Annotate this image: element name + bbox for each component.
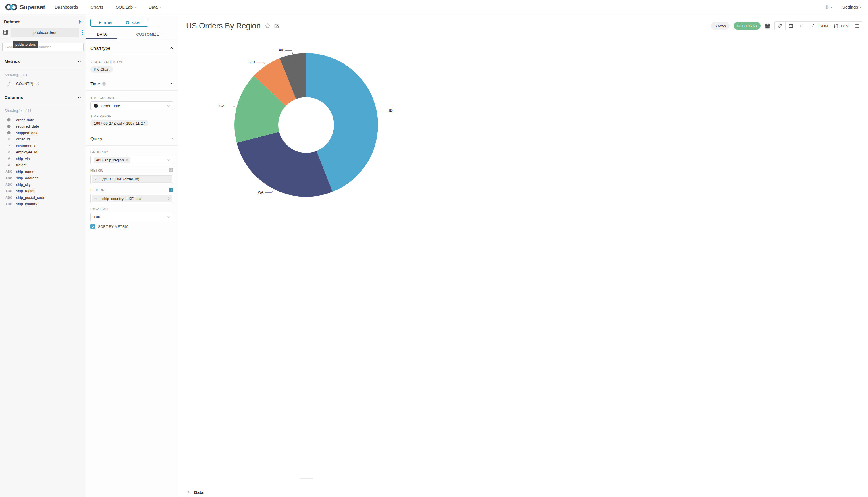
tab-customize[interactable]: CUSTOMIZE [117, 30, 178, 39]
time-section-title: Time [90, 81, 100, 86]
dataset-selector[interactable]: public.orders [11, 28, 79, 37]
pie-slice-AK[interactable] [280, 53, 306, 99]
column-row[interactable]: #ship_via [0, 155, 86, 162]
run-button[interactable]: RUN [91, 19, 119, 26]
pie-slice-CA[interactable] [234, 76, 286, 143]
question-icon: ? [4, 144, 13, 148]
chevron-up-icon[interactable] [77, 95, 81, 99]
pie-label-line-ID [377, 111, 388, 112]
chevron-up-icon[interactable] [170, 46, 173, 50]
column-row[interactable]: ABCship_postal_code [0, 194, 86, 201]
remove-filter-icon[interactable]: × [92, 197, 99, 201]
column-row[interactable]: #employee_id [0, 149, 86, 156]
column-label: employee_id [16, 150, 37, 154]
abc-icon: ABC [4, 189, 13, 193]
dataset-tooltip: public.orders [13, 41, 39, 48]
dataset-sidebar: Dataset public.orders public.orde [0, 14, 86, 248]
column-label: order_id [16, 137, 30, 141]
column-row[interactable]: ABCship_country [0, 201, 86, 208]
column-row[interactable]: ?customer_id [0, 142, 86, 149]
pie-slice-OR[interactable] [254, 58, 296, 106]
pie-chart[interactable]: IDWACAORAK [178, 14, 434, 248]
brand-name: Superset [20, 4, 45, 11]
abc-icon: ABC [4, 183, 13, 186]
column-row[interactable]: required_date [0, 123, 86, 130]
chevron-down-icon [167, 215, 170, 219]
row-limit-label: ROW LIMIT [90, 208, 173, 211]
favorite-star-icon[interactable] [265, 23, 271, 29]
navbar: Superset DashboardsChartsSQL Lab▾Data▾ +… [0, 0, 434, 14]
hash-icon: # [4, 157, 13, 161]
collapse-sidebar-icon[interactable] [78, 19, 83, 24]
column-row[interactable]: #order_id [0, 136, 86, 143]
tab-data[interactable]: DATA [86, 30, 117, 39]
pie-label-OR: OR [250, 60, 255, 64]
metrics-showing-count: Showing 1 of 1 [4, 73, 81, 77]
viz-type-value[interactable]: Pie Chart [90, 66, 113, 73]
abc-icon: ABC [4, 176, 13, 180]
viz-type-label: VISUALIZATION TYPE [90, 60, 173, 64]
filter-value: ship_country ILIKE 'usa' [102, 197, 142, 201]
time-column-value: order_date [101, 104, 164, 108]
pie-label-CA: CA [219, 104, 225, 108]
check-icon [91, 225, 95, 228]
column-row[interactable]: #freight [0, 162, 86, 169]
nav-item-charts[interactable]: Charts [90, 4, 103, 10]
chevron-down-icon [167, 158, 170, 162]
column-row[interactable]: ABCship_address [0, 175, 86, 182]
dataset-name: public.orders [33, 30, 56, 35]
nav-item-sql-lab[interactable]: SQL Lab▾ [116, 4, 136, 10]
time-column-select[interactable]: order_date [90, 101, 173, 110]
help-circle-icon[interactable]: ? [35, 82, 39, 86]
chevron-up-icon[interactable] [170, 137, 173, 141]
nav-menu: DashboardsChartsSQL Lab▾Data▾ [55, 4, 161, 10]
chevron-up-icon[interactable] [170, 82, 173, 86]
column-label: order_date [16, 118, 34, 122]
chevron-up-icon[interactable] [77, 59, 81, 63]
lightning-icon [98, 21, 101, 25]
time-range-label: TIME RANGE [90, 115, 173, 118]
column-label: ship_region [16, 189, 35, 193]
metric-pill[interactable]: × ƒ(x) COUNT(order_id) [92, 175, 172, 183]
nav-item-data[interactable]: Data▾ [148, 4, 161, 10]
kebab-menu-icon[interactable] [81, 30, 84, 36]
column-row[interactable]: ABCship_region [0, 188, 86, 195]
remove-metric-icon[interactable]: × [92, 177, 99, 181]
fx-icon: ƒ(x) [102, 177, 108, 181]
abc-icon: ABC [4, 170, 13, 173]
columns-section-title: Columns [4, 95, 23, 100]
metric-item[interactable]: ƒ COUNT(*) ? [4, 81, 81, 86]
column-row[interactable]: ABCship_city [0, 181, 86, 188]
hash-icon: # [4, 163, 13, 167]
column-label: ship_country [16, 202, 37, 206]
column-row[interactable]: ABCship_name [0, 168, 86, 175]
nav-item-dashboards[interactable]: Dashboards [55, 4, 78, 10]
infinity-logo-icon [5, 3, 17, 11]
pie-label-line-CA [226, 106, 237, 107]
filters-label: FILTERS [90, 188, 104, 191]
remove-chip-icon[interactable]: × [126, 158, 128, 162]
caret-right-icon [165, 197, 172, 200]
column-label: customer_id [16, 144, 37, 148]
pie-slice-ID[interactable] [306, 53, 378, 191]
pie-slice-WA[interactable] [237, 132, 333, 197]
column-label: shipped_date [16, 131, 39, 135]
pie-label-line-OR [257, 62, 266, 66]
clock-icon [7, 131, 11, 135]
add-metric-button[interactable]: + [169, 168, 173, 172]
row-limit-select[interactable]: 100 [90, 213, 173, 221]
column-row[interactable]: order_date [0, 117, 86, 123]
column-label: ship_address [16, 176, 38, 180]
column-row[interactable]: shipped_date [0, 130, 86, 136]
metrics-section-title: Metrics [4, 59, 20, 64]
add-filter-button[interactable]: + [169, 188, 173, 192]
edit-title-icon[interactable] [274, 23, 279, 28]
sort-by-metric-checkbox[interactable] [90, 224, 95, 229]
clock-icon [7, 118, 11, 122]
save-button[interactable]: SAVE [119, 19, 148, 26]
group-by-select[interactable]: ABC ship_region × [90, 156, 173, 164]
group-by-chip[interactable]: ABC ship_region × [93, 157, 130, 163]
superset-logo[interactable]: Superset [5, 3, 45, 11]
time-range-value[interactable]: 1997-09-27 ≤ col < 1997-11-27 [90, 120, 148, 126]
filter-pill[interactable]: × ship_country ILIKE 'usa' [92, 195, 172, 202]
